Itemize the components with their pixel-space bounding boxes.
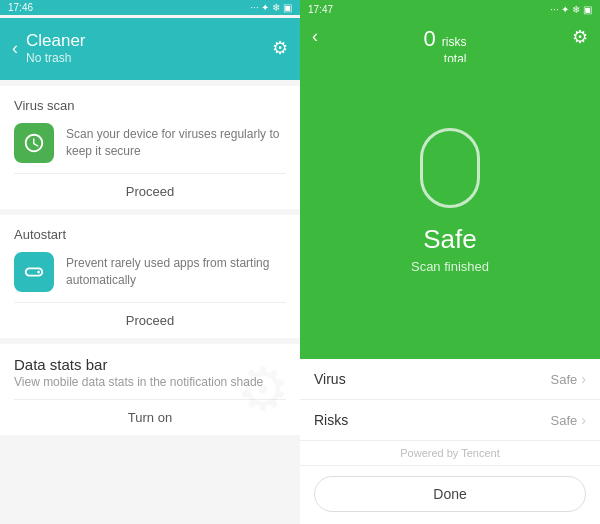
left-status-bar: 17:46 ··· ✦ ❄ ▣ [0,0,300,15]
gear-watermark: ⚙ [236,354,290,424]
virus-scan-icon [23,132,45,154]
left-header: ‹ Cleaner No trash ⚙ [0,18,300,80]
virus-scan-proceed-button[interactable]: Proceed [14,173,286,209]
virus-scan-row: Scan your device for viruses regularly t… [14,123,286,173]
virus-result-row[interactable]: Virus Safe › [300,359,600,400]
autostart-title: Autostart [14,227,286,242]
left-status-icons: ··· ✦ ❄ ▣ [250,2,292,13]
virus-result-label: Virus [314,371,346,387]
done-button-wrap: Done [300,466,600,524]
safe-label: Safe [423,224,477,255]
settings-icon-right[interactable]: ⚙ [572,26,588,48]
risks-result-label: Risks [314,412,348,428]
powered-by-label: Powered by Tencent [300,441,600,466]
autostart-icon-wrap [14,252,54,292]
virus-chevron-icon: › [581,371,586,387]
scan-finished-label: Scan finished [411,259,489,274]
risks-result-row[interactable]: Risks Safe › [300,400,600,441]
autostart-row: Prevent rarely used apps from starting a… [14,252,286,302]
back-button-left[interactable]: ‹ [12,38,18,59]
right-status-icons: ··· ✦ ❄ ▣ [550,4,592,15]
back-button-right[interactable]: ‹ [312,26,318,47]
data-stats-section: ⚙ Data stats bar View mobile data stats … [0,344,300,435]
shield-oval-icon [420,128,480,208]
risks-number: 0 [423,26,441,51]
autostart-icon [23,261,45,283]
virus-status-text: Safe [551,372,578,387]
risks-result-status: Safe › [551,412,586,428]
autostart-section: Autostart Prevent rarely used apps from … [0,215,300,338]
risks-status-text: Safe [551,413,578,428]
right-panel: 17:47 ··· ✦ ❄ ▣ ‹ 0 risks total ⚙ Safe S… [300,0,600,524]
autostart-proceed-button[interactable]: Proceed [14,302,286,338]
virus-result-status: Safe › [551,371,586,387]
virus-scan-desc: Scan your device for viruses regularly t… [66,126,286,160]
right-time: 17:47 [308,4,333,15]
left-time: 17:46 [8,2,33,13]
left-panel: 17:46 ··· ✦ ❄ ▣ ‹ Cleaner No trash ⚙ Vir… [0,0,300,524]
autostart-desc: Prevent rarely used apps from starting a… [66,255,286,289]
virus-scan-section: Virus scan Scan your device for viruses … [0,86,300,209]
risks-count-area: 0 risks total [423,26,466,66]
virus-scan-title: Virus scan [14,98,286,113]
settings-icon-left[interactable]: ⚙ [272,37,288,59]
right-header: ‹ 0 risks total ⚙ [300,18,600,62]
virus-scan-icon-wrap [14,123,54,163]
scan-result-area: Safe Scan finished [300,62,600,359]
right-status-bar: 17:47 ··· ✦ ❄ ▣ [300,0,600,18]
risks-total-label: 0 risks total [423,26,466,66]
left-header-subtitle: No trash [26,51,86,65]
done-button[interactable]: Done [314,476,586,512]
left-header-title: Cleaner [26,31,86,51]
risks-chevron-icon: › [581,412,586,428]
results-list: Virus Safe › Risks Safe › Powered by Ten… [300,359,600,524]
risks-word: risks [442,35,467,49]
